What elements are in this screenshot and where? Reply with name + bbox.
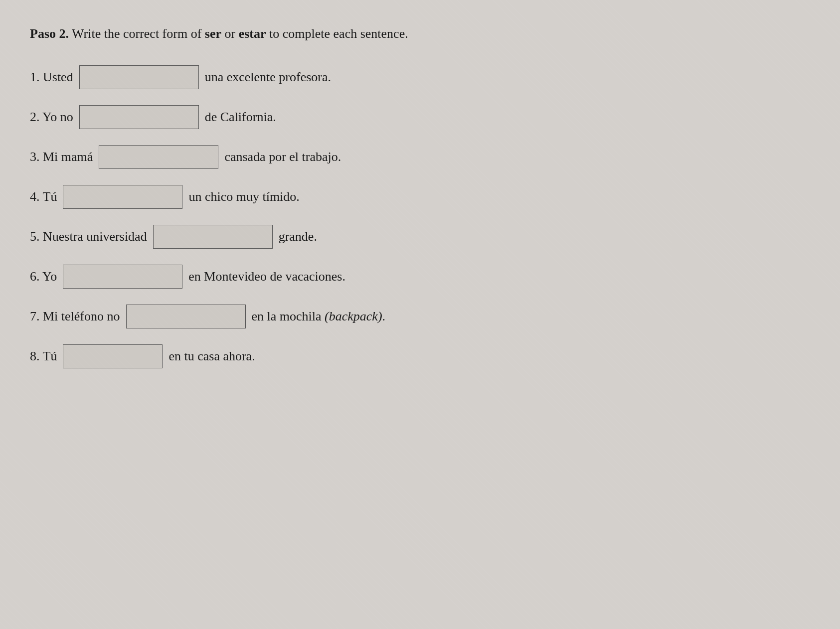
sentence-row: 5. Nuestra universidadgrande.	[30, 225, 810, 249]
sentence-suffix-3: cansada por el trabajo.	[224, 150, 341, 164]
instruction-text: Write the correct form of	[69, 26, 205, 41]
ser-word: ser	[205, 26, 221, 41]
answer-box-6[interactable]	[63, 265, 182, 289]
sentence-suffix-1: una excelente profesora.	[205, 70, 331, 85]
sentence-suffix-8: en tu casa ahora.	[168, 349, 255, 364]
sentence-suffix-4: un chico muy tímido.	[188, 189, 299, 204]
sentence-suffix-7: en la mochila (backpack).	[252, 309, 386, 324]
sentence-row: 6. Yoen Montevideo de vacaciones.	[30, 265, 810, 289]
backpack-italic: (backpack)	[325, 309, 382, 323]
sentence-suffix-5: grande.	[279, 229, 317, 244]
answer-box-7[interactable]	[126, 305, 246, 328]
paso-label: Paso 2.	[30, 26, 69, 41]
sentence-number-8: 8. Tú	[30, 349, 57, 364]
answer-box-3[interactable]	[99, 145, 218, 169]
sentence-suffix-6: en Montevideo de vacaciones.	[188, 269, 345, 284]
sentence-row: 4. Túun chico muy tímido.	[30, 185, 810, 209]
answer-box-8[interactable]	[63, 344, 163, 368]
answer-box-1[interactable]	[79, 65, 199, 89]
sentence-row: 1. Usteduna excelente profesora.	[30, 65, 810, 89]
answer-box-2[interactable]	[79, 105, 199, 129]
sentence-row: 7. Mi teléfono noen la mochila (backpack…	[30, 305, 810, 328]
instruction-ending: to complete each sentence.	[266, 26, 408, 41]
sentences-list: 1. Usteduna excelente profesora.2. Yo no…	[30, 65, 810, 368]
sentence-number-3: 3. Mi mamá	[30, 150, 93, 164]
sentence-row: 2. Yo node California.	[30, 105, 810, 129]
sentence-number-4: 4. Tú	[30, 189, 57, 204]
or-text: or	[221, 26, 239, 41]
sentence-number-5: 5. Nuestra universidad	[30, 229, 147, 244]
answer-box-4[interactable]	[63, 185, 182, 209]
sentence-number-1: 1. Usted	[30, 70, 73, 85]
sentence-number-2: 2. Yo no	[30, 110, 73, 125]
instruction: Paso 2. Write the correct form of ser or…	[30, 25, 810, 43]
sentence-suffix-2: de California.	[205, 110, 276, 125]
estar-word: estar	[239, 26, 266, 41]
answer-box-5[interactable]	[153, 225, 273, 249]
sentence-number-6: 6. Yo	[30, 269, 57, 284]
sentence-row: 3. Mi mamácansada por el trabajo.	[30, 145, 810, 169]
sentence-number-7: 7. Mi teléfono no	[30, 309, 120, 324]
sentence-row: 8. Túen tu casa ahora.	[30, 344, 810, 368]
